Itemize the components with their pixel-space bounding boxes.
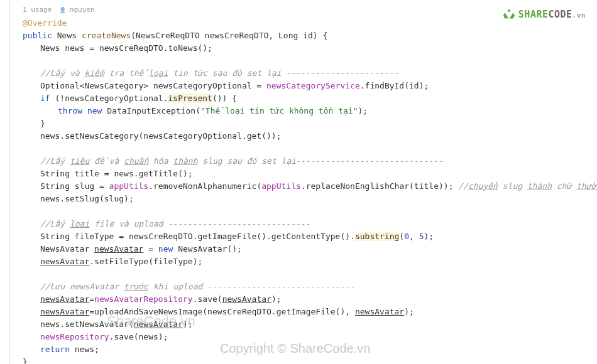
code-comment: //Lấy và kiếm tra thể loại tin tức sau đ…: [23, 67, 597, 80]
blank-line: [23, 142, 597, 155]
code-line: public News createNews(NewsCreReqDTO new…: [23, 29, 597, 42]
sharecode-logo: SHARECODE.vn: [502, 8, 586, 22]
code-line: NewsAvatar newsAvatar = new NewsAvatar()…: [23, 243, 597, 255]
code-line: Optional<NewsCategory> newsCategoryOptio…: [23, 80, 597, 92]
code-comment: //Lưu newsAvatar trước khi upload ------…: [23, 281, 597, 293]
code-line: return news;: [23, 343, 597, 356]
logo-recycle-icon: [502, 8, 516, 21]
code-line: newsAvatar.setFileType(fileType);: [23, 255, 597, 268]
blank-line: [23, 55, 597, 67]
code-line: String fileType = newsCreReqDTO.getImage…: [23, 230, 597, 243]
code-line: if (!newsCategoryOptional.isPresent()) {: [23, 92, 597, 105]
code-editor[interactable]: 1 usagenguyen @Override public News crea…: [9, 0, 597, 364]
code-line: }: [23, 356, 597, 365]
code-line: news.setNewsCategory(newsCategoryOptiona…: [23, 130, 597, 142]
logo-text: SHARECODE.vn: [518, 8, 586, 22]
code-line: news.setSlug(slug);: [23, 193, 597, 205]
code-line: throw new DataInputException("Thể loại t…: [23, 105, 597, 117]
code-line: newsAvatar=uploadAndSaveNewsImage(newsCr…: [23, 306, 597, 318]
code-comment: //Lấy tiêu đề và chuẩn hóa thành slug sa…: [23, 155, 597, 168]
code-line: newsRepository.save(news);: [23, 331, 597, 343]
code-line: String title = news.getTitle();: [23, 168, 597, 180]
blank-line: [23, 205, 597, 218]
code-line: }: [23, 117, 597, 130]
code-line: News news = newsCreReqDTO.toNews();: [23, 42, 597, 55]
blank-line: [23, 268, 597, 281]
code-line: news.setNewsAvatar(newsAvatar);: [23, 318, 597, 331]
code-line: newsAvatar=newsAvatarRepository.save(new…: [23, 293, 597, 306]
code-line: String slug = appUtils.removeNonAlphanum…: [23, 180, 597, 193]
code-comment: //Lấy loại file và upload --------------…: [23, 218, 597, 230]
